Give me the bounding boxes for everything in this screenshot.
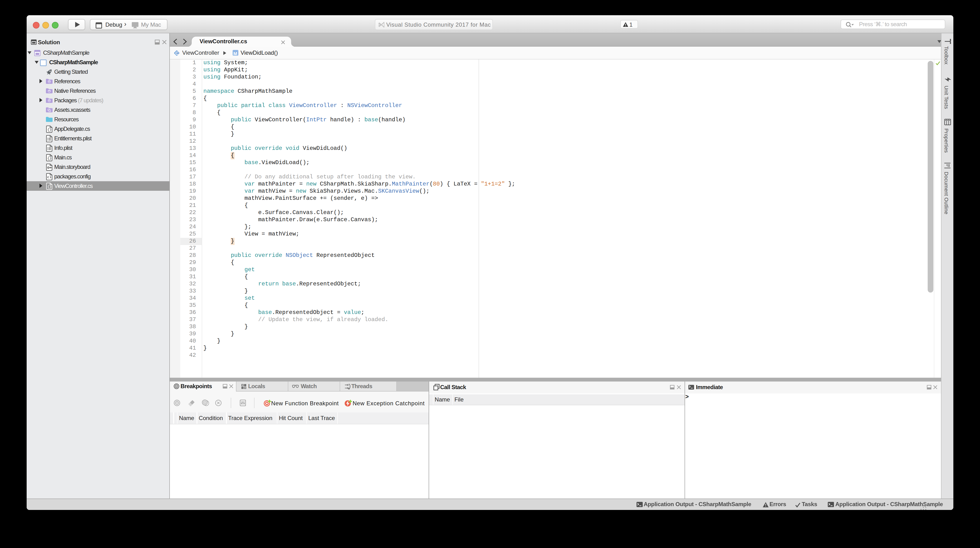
svg-text:{}: {}	[47, 127, 51, 132]
svg-text:{}: {}	[47, 184, 51, 189]
svg-text:{}: {}	[47, 156, 51, 160]
svg-text:C: C	[175, 51, 178, 56]
